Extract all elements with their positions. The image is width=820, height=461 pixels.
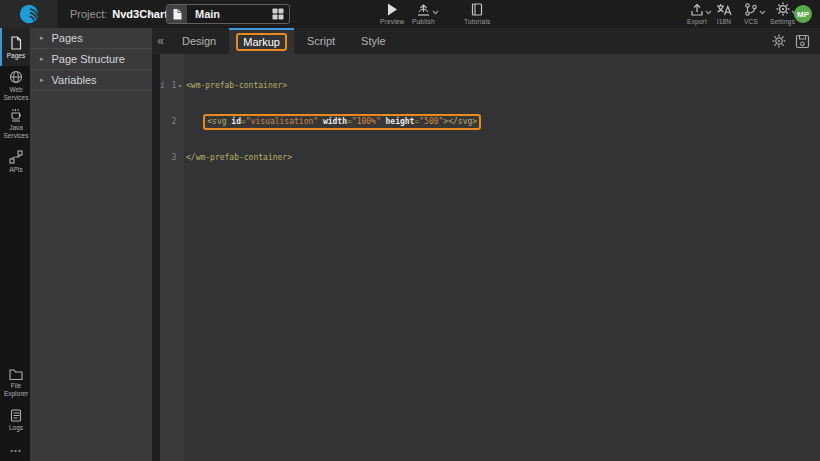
tab-script[interactable]: Script bbox=[294, 28, 348, 54]
page-editor: « Design Markup Script Style bbox=[152, 28, 820, 461]
settings-button[interactable]: Settings bbox=[770, 3, 795, 25]
tab-markup[interactable]: Markup bbox=[229, 28, 294, 54]
rail-label-java-services: Java Services bbox=[2, 124, 30, 139]
publish-upload-icon bbox=[416, 3, 431, 16]
wavemaker-studio-window: Project: Nvd3Chart › Main bbox=[0, 0, 820, 461]
panel-section-variables[interactable]: ▸ Variables bbox=[30, 70, 152, 91]
panel-label-page-structure: Page Structure bbox=[52, 53, 125, 65]
export-label: Export bbox=[687, 18, 707, 25]
java-services-coffee-icon bbox=[9, 108, 23, 122]
page-layout-grid-icon[interactable] bbox=[272, 8, 284, 20]
pages-side-panel: ▸ Pages ▸ Page Structure ▸ Variables bbox=[30, 28, 152, 461]
panel-label-variables: Variables bbox=[52, 74, 97, 86]
line-number-1: 1 bbox=[166, 80, 177, 92]
tab-markup-label: Markup bbox=[243, 36, 280, 48]
attr-width: width bbox=[323, 117, 347, 126]
rail-label-pages: Pages bbox=[7, 52, 25, 59]
panel-collapse-button[interactable]: « bbox=[152, 28, 169, 54]
code-text-line-2: <svg id="visualisation" width="100%" hei… bbox=[184, 116, 481, 128]
panel-section-page-structure[interactable]: ▸ Page Structure bbox=[30, 49, 152, 70]
open-page-tab[interactable]: Main bbox=[166, 4, 290, 24]
rail-item-logs[interactable]: Logs bbox=[0, 401, 30, 439]
page-structure-expand-icon: ▸ bbox=[40, 55, 44, 63]
editor-tab-bar: « Design Markup Script Style bbox=[152, 28, 820, 54]
publish-button[interactable]: Publish bbox=[412, 3, 435, 25]
variables-expand-icon: ▸ bbox=[40, 76, 44, 84]
page-file-icon bbox=[167, 5, 187, 23]
fold-toggle-icon[interactable]: ▾ bbox=[176, 80, 184, 92]
code-line-2: 2 <svg id="visualisation" width="100%" h… bbox=[152, 116, 820, 128]
tab-style[interactable]: Style bbox=[348, 28, 398, 54]
file-explorer-folder-icon bbox=[9, 368, 23, 380]
gutter-line-1: i 1 ▾ bbox=[152, 80, 184, 92]
code-lines: i 1 ▾ <wm-prefab-container> 2 <svg id="v… bbox=[152, 56, 820, 188]
pages-icon bbox=[10, 36, 22, 50]
logs-document-icon bbox=[10, 409, 22, 422]
rail-item-java-services[interactable]: Java Services bbox=[0, 104, 30, 142]
tutorials-button[interactable]: Tutorials bbox=[464, 3, 490, 25]
attr-id-value: "visualisation" bbox=[246, 117, 323, 126]
preview-label: Preview bbox=[380, 18, 405, 25]
i18n-translate-icon bbox=[716, 3, 732, 16]
app-logo[interactable] bbox=[0, 0, 57, 28]
export-button[interactable]: Export bbox=[687, 3, 707, 25]
project-label: Project: bbox=[70, 8, 107, 20]
export-caret-icon bbox=[705, 10, 712, 15]
svg-open-tag: <svg bbox=[207, 117, 231, 126]
rail-label-web-services: Web Services bbox=[2, 86, 30, 101]
tutorials-label: Tutorials bbox=[464, 18, 490, 25]
code-line-1: i 1 ▾ <wm-prefab-container> bbox=[152, 80, 820, 92]
publish-label: Publish bbox=[412, 18, 435, 25]
tab-script-label: Script bbox=[307, 35, 335, 47]
gutter-line-3: 3 bbox=[152, 152, 184, 164]
project-name: Nvd3Chart bbox=[112, 8, 168, 20]
vcs-branch-icon bbox=[744, 3, 758, 16]
wavemaker-logo-icon bbox=[18, 3, 40, 25]
svg-line-highlight: <svg id="visualisation" width="100%" hei… bbox=[203, 114, 481, 130]
attr-width-value: "100%" bbox=[352, 117, 386, 126]
export-upload-icon bbox=[690, 3, 704, 16]
save-icon[interactable] bbox=[795, 34, 810, 49]
left-navigation-rail: Pages Web Services Java Ser bbox=[0, 28, 30, 461]
line-number-2: 2 bbox=[166, 116, 177, 128]
code-line-3: 3 </wm-prefab-container> bbox=[152, 152, 820, 164]
preview-button[interactable]: Preview bbox=[380, 3, 405, 25]
code-text-line-1: <wm-prefab-container> bbox=[184, 80, 287, 92]
rail-label-apis: APIs bbox=[9, 166, 23, 173]
vcs-caret-icon bbox=[759, 10, 766, 15]
rail-spacer bbox=[0, 180, 30, 363]
rail-item-apis[interactable]: APIs bbox=[0, 142, 30, 180]
attr-height: height bbox=[386, 117, 415, 126]
i18n-button[interactable]: I18N bbox=[716, 3, 732, 25]
web-services-globe-icon bbox=[9, 70, 23, 84]
panel-section-pages[interactable]: ▸ Pages bbox=[30, 28, 152, 49]
page-settings-gear-icon[interactable] bbox=[772, 34, 786, 48]
tutorials-book-icon bbox=[471, 3, 483, 16]
rail-label-file-explorer: File Explorer bbox=[2, 382, 30, 397]
top-bar: Project: Nvd3Chart › Main bbox=[0, 0, 820, 28]
user-avatar[interactable]: MP bbox=[794, 5, 812, 23]
rail-item-web-services[interactable]: Web Services bbox=[0, 66, 30, 104]
attr-id: id bbox=[231, 117, 241, 126]
tab-design-label: Design bbox=[182, 35, 216, 47]
i18n-label: I18N bbox=[717, 18, 732, 25]
attr-height-value: "500" bbox=[419, 117, 443, 126]
vcs-button[interactable]: VCS bbox=[744, 3, 758, 25]
rail-label-logs: Logs bbox=[9, 424, 23, 431]
apis-connector-icon bbox=[9, 150, 23, 164]
rail-item-pages[interactable]: Pages bbox=[0, 28, 30, 66]
tab-design[interactable]: Design bbox=[169, 28, 229, 54]
rail-item-more[interactable]: ••• bbox=[0, 439, 30, 461]
panel-label-pages: Pages bbox=[52, 32, 83, 44]
code-text-line-3: </wm-prefab-container> bbox=[184, 152, 292, 164]
markup-code-editor[interactable]: i 1 ▾ <wm-prefab-container> 2 <svg id="v… bbox=[152, 54, 820, 461]
settings-label: Settings bbox=[770, 18, 795, 25]
project-breadcrumb: Project: Nvd3Chart bbox=[70, 0, 168, 28]
gutter-line-2: 2 bbox=[152, 116, 184, 128]
line-number-3: 3 bbox=[166, 152, 177, 164]
svg-close-tag: ></svg> bbox=[443, 117, 477, 126]
vcs-label: VCS bbox=[744, 18, 758, 25]
publish-caret-icon bbox=[432, 10, 439, 15]
markup-tab-highlight: Markup bbox=[236, 33, 287, 51]
rail-item-file-explorer[interactable]: File Explorer bbox=[0, 363, 30, 401]
